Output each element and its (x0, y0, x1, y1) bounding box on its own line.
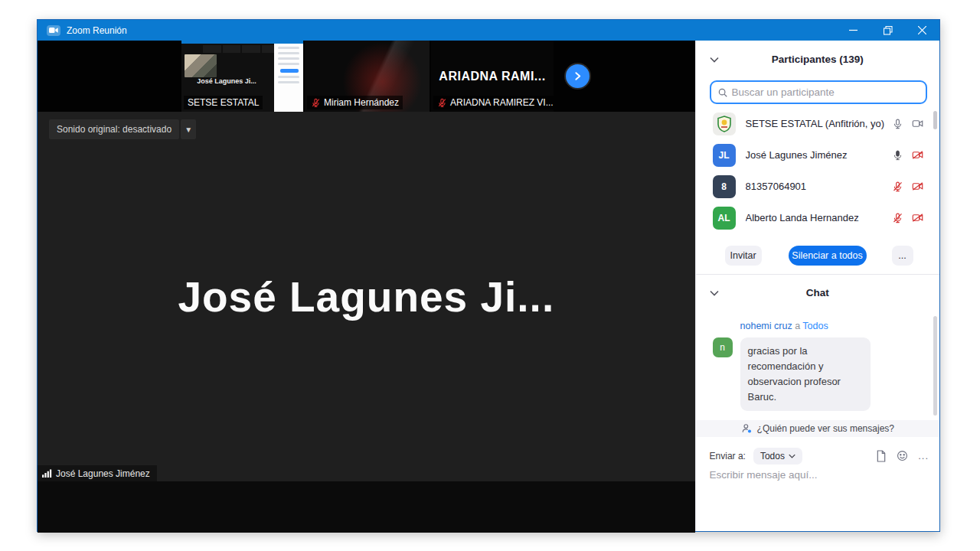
mini-speaker-name: José Lagunes Ji... (181, 77, 272, 85)
participant-name: Alberto Landa Hernandez (746, 212, 892, 223)
avatar: JL (713, 144, 736, 167)
window-title: Zoom Reunión (67, 25, 127, 36)
chat-title: Chat (696, 287, 939, 298)
participant-list: SETSE ESTATAL (Anfitrión, yo) JL José La… (696, 108, 939, 233)
search-input[interactable] (732, 86, 920, 98)
chevron-right-icon (573, 71, 583, 81)
thumbnail-label: ARIADNA RAMIREZ VI... (433, 96, 554, 109)
zoom-window: Zoom Reunión José Lagunes Ji... (37, 19, 940, 532)
participants-title: Participantes (139) (696, 54, 939, 65)
file-attach-icon[interactable] (876, 450, 887, 462)
participant-name: 81357064901 (746, 181, 892, 192)
more-participants-button[interactable]: ... (892, 246, 913, 266)
mic-off-icon (892, 212, 903, 224)
video-area: José Lagunes Ji... SETSE ESTATAL (38, 41, 695, 531)
participant-row-phone[interactable]: 8 81357064901 (696, 171, 939, 202)
chat-scrollbar[interactable] (933, 316, 937, 416)
mute-all-button[interactable]: Silenciar a todos (789, 246, 867, 266)
signal-bars-icon (42, 469, 52, 478)
chat-to-word: a (795, 321, 800, 331)
participant-name: José Lagunes Jiménez (746, 149, 892, 161)
person-privacy-icon (741, 423, 753, 434)
thumbnail-shared-screen[interactable]: José Lagunes Ji... SETSE ESTATAL (181, 41, 303, 112)
chat-message-input[interactable] (710, 469, 924, 481)
invite-button[interactable]: Invitar (725, 246, 762, 266)
chevron-down-icon (789, 454, 795, 458)
camera-off-icon (911, 149, 924, 161)
participant-name: SETSE ESTATAL (Anfitrión, yo) (746, 118, 892, 129)
panel-divider (696, 274, 939, 275)
chat-recipient-link[interactable]: Todos (802, 321, 828, 331)
thumbnail-label: SETSE ESTATAL (184, 96, 263, 109)
privacy-note-text: ¿Quién puede ver sus mensajes? (757, 423, 894, 434)
active-speaker-name: José Lagunes Ji... (38, 112, 695, 481)
video-thumbnail-strip: José Lagunes Ji... SETSE ESTATAL (38, 41, 695, 112)
participant-row-setse[interactable]: SETSE ESTATAL (Anfitrión, yo) (696, 108, 939, 139)
main-stage: Sonido original: desactivado ▼ José Lagu… (38, 112, 695, 481)
camera-off-icon (911, 181, 924, 192)
video-off-name: ARIADNA RAMI... (439, 70, 545, 83)
send-to-value: Todos (760, 451, 785, 461)
thumbnail-label: Miriam Hernández (307, 96, 403, 109)
close-button[interactable] (905, 20, 939, 41)
emoji-icon[interactable] (897, 450, 908, 461)
participants-actions: Invitar Silenciar a todos ... (696, 246, 939, 266)
mic-off-icon (892, 181, 903, 193)
setse-logo-icon (717, 116, 732, 132)
thumbnail-ariadna[interactable]: ARIADNA RAMI... ARIADNA RAMIREZ VI... (431, 41, 554, 112)
search-icon (717, 87, 728, 98)
send-to-label: Enviar a: (710, 451, 746, 461)
participant-row-alberto[interactable]: AL Alberto Landa Hernandez (696, 202, 939, 233)
mini-webcam-photo (185, 54, 217, 77)
thumbnail-miriam[interactable]: Miriam Hernández (305, 41, 430, 112)
avatar: AL (713, 207, 736, 230)
restore-button[interactable] (871, 20, 905, 41)
avatar (713, 112, 736, 135)
next-page-button[interactable] (566, 64, 590, 88)
mic-off-icon (311, 98, 321, 108)
zoom-camera-logo-icon (47, 25, 60, 36)
more-chat-options-button[interactable]: ... (918, 450, 929, 461)
avatar: 8 (713, 175, 736, 198)
mic-off-icon (437, 98, 447, 108)
chat-privacy-note[interactable]: ¿Quién puede ver sus mensajes? (696, 420, 939, 437)
participant-search[interactable] (710, 80, 927, 104)
send-to-dropdown[interactable]: Todos (753, 448, 802, 465)
mic-on-icon (892, 149, 903, 161)
participant-row-jose[interactable]: JL José Lagunes Jiménez (696, 139, 939, 171)
letterbox-strip (38, 481, 695, 533)
nameplate-text: José Lagunes Jiménez (56, 468, 150, 479)
minimize-button[interactable] (836, 20, 871, 41)
chat-message-bubble: gracias por la recomendación y observaci… (740, 337, 871, 411)
chat-sender-link[interactable]: nohemi cruz (740, 321, 792, 331)
mini-participants-panel (274, 44, 303, 112)
mic-on-icon (892, 118, 903, 130)
title-bar: Zoom Reunión (38, 20, 939, 41)
chat-header: Chat (696, 284, 939, 301)
participants-scrollbar[interactable] (933, 111, 937, 129)
camera-on-icon (911, 118, 924, 129)
mini-filmstrip (203, 45, 279, 53)
camera-off-icon (911, 212, 924, 223)
chat-send-row: Enviar a: Todos ... (710, 446, 929, 465)
participants-header: Participantes (139) (696, 51, 939, 67)
speaker-nameplate: José Lagunes Jiménez (38, 465, 157, 481)
chat-avatar: n (713, 337, 733, 357)
side-panel: Participantes (139) SETSE ESTATAL (Anfit… (695, 41, 939, 531)
chat-message-meta: nohemi cruz a Todos (740, 321, 828, 331)
